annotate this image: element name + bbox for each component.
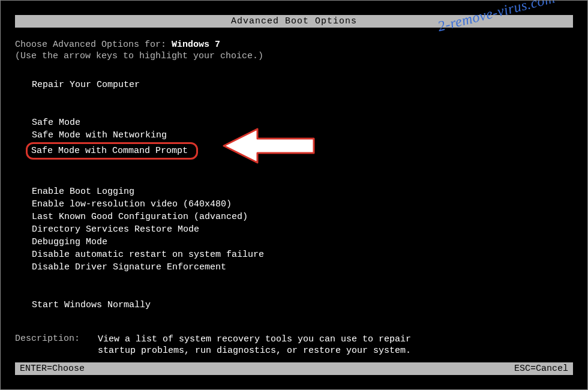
menu-item-low-res-video[interactable]: Enable low-resolution video (640x480)	[29, 199, 234, 210]
menu-item-safe-mode-networking[interactable]: Safe Mode with Networking	[29, 130, 169, 141]
choose-options-line: Choose Advanced Options for: Windows 7	[15, 40, 573, 50]
description-text: View a list of system recovery tools you…	[98, 334, 434, 356]
os-name: Windows 7	[172, 40, 220, 50]
title-bar: Advanced Boot Options	[15, 15, 573, 28]
menu-item-safe-mode-command-prompt[interactable]: Safe Mode with Command Prompt	[26, 142, 198, 160]
menu-item-safe-mode[interactable]: Safe Mode	[29, 117, 83, 128]
choose-options-prefix: Choose Advanced Options for:	[15, 40, 172, 50]
menu-item-directory-services-restore[interactable]: Directory Services Restore Mode	[29, 224, 202, 235]
menu-item-last-known-good[interactable]: Last Known Good Configuration (advanced)	[29, 211, 250, 223]
menu-item-boot-logging[interactable]: Enable Boot Logging	[29, 186, 137, 197]
main-content: Choose Advanced Options for: Windows 7 (…	[1, 28, 587, 356]
menu-group-repair: Repair Your Computer	[29, 79, 573, 92]
instructions-line: (Use the arrow keys to highlight your ch…	[15, 51, 573, 61]
menu-group-safemode: Safe Mode Safe Mode with Networking Safe…	[29, 117, 573, 161]
footer-bar: ENTER=Choose ESC=Cancel	[15, 362, 573, 375]
menu-group-advanced: Enable Boot Logging Enable low-resolutio…	[29, 186, 573, 274]
menu-item-disable-driver-sig[interactable]: Disable Driver Signature Enforcement	[29, 262, 229, 273]
footer-enter-hint: ENTER=Choose	[20, 364, 85, 374]
menu-item-debugging-mode[interactable]: Debugging Mode	[29, 236, 110, 248]
footer-esc-hint: ESC=Cancel	[514, 364, 568, 374]
menu-item-disable-auto-restart[interactable]: Disable automatic restart on system fail…	[29, 249, 266, 260]
description-block: Description: View a list of system recov…	[15, 334, 573, 356]
menu-item-repair-computer[interactable]: Repair Your Computer	[29, 79, 142, 91]
menu-item-start-normally[interactable]: Start Windows Normally	[29, 299, 153, 311]
description-label: Description:	[15, 334, 98, 356]
menu-group-normal: Start Windows Normally	[29, 299, 573, 312]
